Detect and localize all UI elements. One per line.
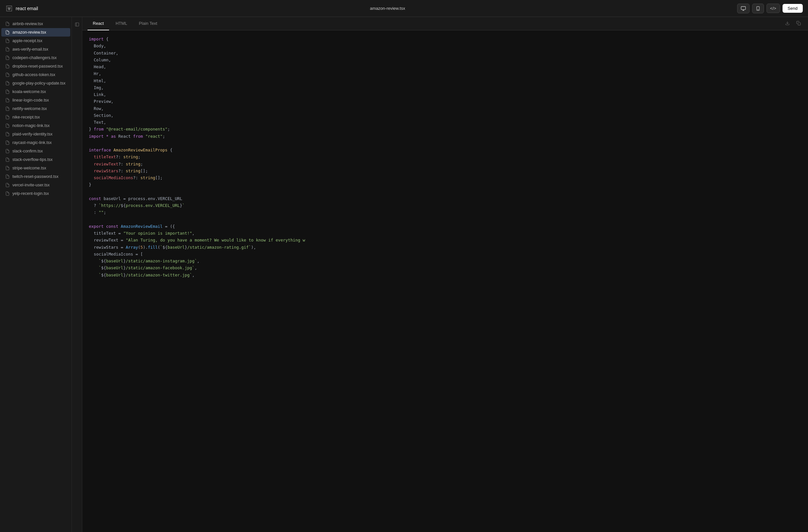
react-email-logo bbox=[5, 4, 13, 13]
sidebar-item-aws-verify-email[interactable]: aws-verify-email.tsx bbox=[1, 45, 70, 54]
file-icon bbox=[5, 39, 10, 43]
sidebar: airbnb-review.tsx amazon-review.tsx appl… bbox=[0, 17, 72, 532]
sidebar-item-label: airbnb-review.tsx bbox=[13, 21, 43, 26]
file-icon bbox=[5, 115, 10, 119]
sidebar-item-airbnb-review[interactable]: airbnb-review.tsx bbox=[1, 20, 70, 28]
file-icon bbox=[5, 56, 10, 60]
file-icon bbox=[5, 174, 10, 179]
sidebar-item-apple-receipt[interactable]: apple-receipt.tsx bbox=[1, 37, 70, 45]
file-icon bbox=[5, 132, 10, 136]
sidebar-item-amazon-review[interactable]: amazon-review.tsx bbox=[1, 28, 70, 37]
sidebar-item-nike-receipt[interactable]: nike-receipt.tsx bbox=[1, 113, 70, 121]
file-icon bbox=[5, 98, 10, 102]
sidebar-item-label: twitch-reset-password.tsx bbox=[13, 174, 58, 179]
sidebar-item-slack-confirm[interactable]: slack-confirm.tsx bbox=[1, 147, 70, 155]
svg-rect-5 bbox=[798, 22, 801, 25]
collapse-bar bbox=[72, 17, 82, 532]
file-icon bbox=[5, 191, 10, 196]
logo-text: react email bbox=[16, 6, 38, 11]
sidebar-item-vercel-invite-user[interactable]: vercel-invite-user.tsx bbox=[1, 181, 70, 189]
file-icon bbox=[5, 64, 10, 69]
sidebar-item-plaid-verify-identity[interactable]: plaid-verify-identity.tsx bbox=[1, 130, 70, 138]
sidebar-item-label: koala-welcome.tsx bbox=[13, 90, 46, 94]
sidebar-item-label: github-access-token.tsx bbox=[13, 73, 55, 77]
svg-point-2 bbox=[758, 9, 758, 10]
sidebar-item-label: raycast-magic-link.tsx bbox=[13, 140, 52, 145]
sidebar-item-koala-welcome[interactable]: koala-welcome.tsx bbox=[1, 88, 70, 96]
content-area: React HTML Plain Text import { Body, Con… bbox=[82, 17, 808, 532]
logo-area: react email bbox=[5, 4, 38, 13]
sidebar-item-label: notion-magic-link.tsx bbox=[13, 124, 50, 128]
svg-rect-0 bbox=[741, 6, 745, 10]
file-icon bbox=[5, 149, 10, 153]
sidebar-item-notion-magic-link[interactable]: notion-magic-link.tsx bbox=[1, 121, 70, 130]
sidebar-item-label: linear-login-code.tsx bbox=[13, 98, 49, 102]
desktop-preview-button[interactable] bbox=[737, 4, 750, 13]
sidebar-item-label: google-play-policy-update.tsx bbox=[13, 81, 66, 86]
code-view-button[interactable]: </> bbox=[767, 4, 780, 13]
tab-html[interactable]: HTML bbox=[110, 17, 132, 30]
sidebar-item-yelp-recent-login[interactable]: yelp-recent-login.tsx bbox=[1, 189, 70, 198]
download-button[interactable] bbox=[783, 20, 792, 28]
sidebar-item-dropbox-reset-password[interactable]: dropbox-reset-password.tsx bbox=[1, 62, 70, 71]
sidebar-item-label: nike-receipt.tsx bbox=[13, 115, 40, 119]
mobile-preview-button[interactable] bbox=[752, 4, 764, 13]
tab-react[interactable]: React bbox=[88, 17, 109, 30]
sidebar-item-google-play-policy-update[interactable]: google-play-policy-update.tsx bbox=[1, 79, 70, 88]
sidebar-item-label: plaid-verify-identity.tsx bbox=[13, 132, 53, 136]
file-icon bbox=[5, 21, 10, 26]
sidebar-item-label: yelp-recent-login.tsx bbox=[13, 191, 49, 196]
tab-plain-text[interactable]: Plain Text bbox=[133, 17, 162, 30]
tabs-bar: React HTML Plain Text bbox=[82, 17, 808, 30]
file-icon bbox=[5, 47, 10, 52]
header-file-title: amazon-review.tsx bbox=[370, 6, 405, 11]
file-icon bbox=[5, 81, 10, 86]
sidebar-item-label: stripe-welcome.tsx bbox=[13, 166, 47, 170]
collapse-sidebar-button[interactable] bbox=[73, 21, 81, 30]
sidebar-item-raycast-magic-link[interactable]: raycast-magic-link.tsx bbox=[1, 138, 70, 147]
file-icon bbox=[5, 90, 10, 94]
file-icon bbox=[5, 30, 10, 35]
sidebar-item-label: dropbox-reset-password.tsx bbox=[13, 64, 63, 69]
sidebar-item-linear-login-code[interactable]: linear-login-code.tsx bbox=[1, 96, 70, 104]
sidebar-item-netlify-welcome[interactable]: netlify-welcome.tsx bbox=[1, 104, 70, 113]
sidebar-item-label: netlify-welcome.tsx bbox=[13, 107, 47, 111]
top-header: react email amazon-review.tsx </> Send bbox=[0, 0, 808, 17]
sidebar-item-twitch-reset-password[interactable]: twitch-reset-password.tsx bbox=[1, 172, 70, 181]
code-content: import { Body, Container, Column, Head, … bbox=[89, 36, 802, 279]
sidebar-item-label: apple-receipt.tsx bbox=[13, 39, 42, 43]
code-view-icon: </> bbox=[770, 6, 776, 11]
header-actions: </> Send bbox=[737, 4, 803, 13]
copy-button[interactable] bbox=[794, 20, 803, 28]
sidebar-items-list: airbnb-review.tsx amazon-review.tsx appl… bbox=[0, 20, 72, 198]
sidebar-item-label: amazon-review.tsx bbox=[13, 30, 47, 35]
file-icon bbox=[5, 73, 10, 77]
file-icon bbox=[5, 107, 10, 111]
send-button[interactable]: Send bbox=[783, 4, 803, 13]
code-editor[interactable]: import { Body, Container, Column, Head, … bbox=[82, 30, 808, 532]
sidebar-item-codepen-challengers[interactable]: codepen-challengers.tsx bbox=[1, 54, 70, 62]
file-icon bbox=[5, 140, 10, 145]
tabs-right-actions bbox=[783, 20, 803, 28]
main-layout: airbnb-review.tsx amazon-review.tsx appl… bbox=[0, 17, 808, 532]
sidebar-item-label: slack-confirm.tsx bbox=[13, 149, 43, 153]
sidebar-item-label: stack-overflow-tips.tsx bbox=[13, 157, 53, 162]
sidebar-item-stack-overflow-tips[interactable]: stack-overflow-tips.tsx bbox=[1, 155, 70, 164]
sidebar-item-label: vercel-invite-user.tsx bbox=[13, 183, 50, 187]
svg-rect-3 bbox=[75, 23, 79, 26]
file-icon bbox=[5, 183, 10, 187]
file-icon bbox=[5, 124, 10, 128]
sidebar-item-stripe-welcome[interactable]: stripe-welcome.tsx bbox=[1, 164, 70, 172]
sidebar-item-label: codepen-challengers.tsx bbox=[13, 56, 57, 60]
sidebar-item-github-access-token[interactable]: github-access-token.tsx bbox=[1, 71, 70, 79]
sidebar-item-label: aws-verify-email.tsx bbox=[13, 47, 48, 52]
file-icon bbox=[5, 157, 10, 162]
file-icon bbox=[5, 166, 10, 170]
